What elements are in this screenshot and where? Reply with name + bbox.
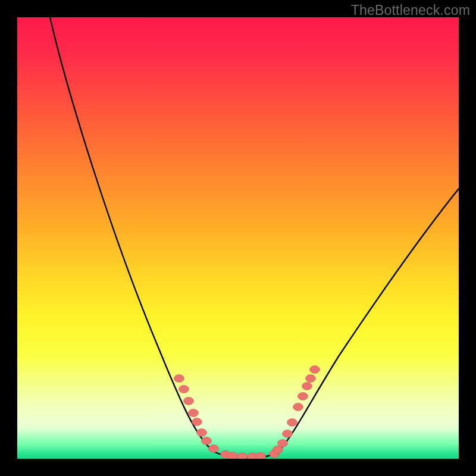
curve-marker <box>298 393 308 400</box>
curve-marker <box>256 453 266 459</box>
curve-marker <box>283 430 293 438</box>
curve-marker <box>197 429 207 437</box>
watermark-text: TheBottleneck.com <box>351 2 470 18</box>
curve-marker <box>189 409 199 417</box>
curve-marker <box>192 418 202 426</box>
bottleneck-curve <box>50 17 459 458</box>
marker-layer <box>174 366 320 459</box>
curve-marker <box>293 403 303 411</box>
curve-marker <box>174 375 184 383</box>
curve-marker <box>237 453 248 459</box>
curve-marker <box>302 383 312 390</box>
curve-marker <box>209 445 219 453</box>
curve-marker <box>228 452 238 459</box>
chart-frame <box>17 17 459 459</box>
curve-marker <box>287 419 298 427</box>
curve-marker <box>306 375 316 383</box>
curve-marker <box>184 397 194 405</box>
curve-marker <box>278 440 288 447</box>
chart-svg <box>17 17 459 459</box>
curve-marker <box>310 366 320 374</box>
curve-marker <box>202 437 212 445</box>
curve-marker <box>179 386 189 393</box>
